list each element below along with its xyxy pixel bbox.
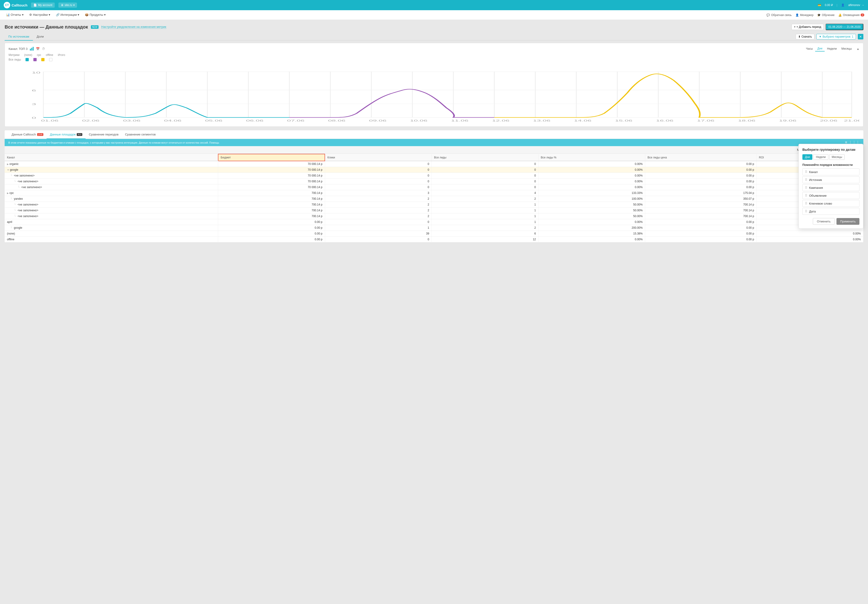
tab-by-source[interactable]: По источникам xyxy=(5,33,33,40)
nav-products[interactable]: 📦 Продукты ▾ xyxy=(82,10,108,20)
cell-clicks: 1 xyxy=(325,225,431,231)
logo-ct: CT xyxy=(5,3,9,7)
check-offline[interactable] xyxy=(41,58,45,61)
collapse-chart-icon[interactable]: ▲ xyxy=(856,47,859,51)
nav-integrations[interactable]: 🔗 Интеграции ▾ xyxy=(54,10,82,20)
cell-channel: └ <не заполнено> xyxy=(5,208,218,213)
expand-icon[interactable]: ▶ xyxy=(7,192,9,194)
logo[interactable]: CT Calltouch xyxy=(4,2,27,8)
tab-shares[interactable]: Доли xyxy=(33,33,48,40)
cell-clicks: 39 xyxy=(325,231,431,237)
cell-clicks: 0 xyxy=(325,179,431,185)
nav-notifications[interactable]: 🔔 Оповещения 2 xyxy=(839,14,864,17)
metric-cpc-label: cpc xyxy=(37,53,41,57)
metric-offline: offline xyxy=(46,53,53,57)
calendar-icon[interactable]: 📅 xyxy=(36,47,40,51)
user-button[interactable]: aflimonov → xyxy=(848,3,864,7)
cell-budget: 70 000.14 р xyxy=(218,161,325,167)
cell-budget: 700.14 р xyxy=(218,202,325,208)
add-period-button[interactable]: + + Добавить период xyxy=(792,24,824,30)
cell-budget: 0.00 р xyxy=(218,231,325,237)
notification-link[interactable]: Настройте уведомления на изменения метри… xyxy=(101,25,166,29)
svg-text:13.06: 13.06 xyxy=(533,120,550,122)
site-icon: 🖥 xyxy=(61,3,64,7)
svg-text:10: 10 xyxy=(32,71,40,74)
svg-text:11.06: 11.06 xyxy=(451,120,468,122)
col-leads-price: Все лиды цена xyxy=(645,154,756,161)
check-cpc[interactable] xyxy=(33,58,37,61)
table-row: april 0.00 р 0 1 0.00% 0.00 р 0.00% xyxy=(5,219,863,225)
my-account-button[interactable]: 📄 My account xyxy=(31,3,54,8)
notifications-icon: 🔔 xyxy=(839,14,842,17)
cell-leads-pct: 50.00% xyxy=(538,202,645,208)
data-tab-площадки[interactable]: Данные площадок ROI xyxy=(46,130,85,139)
nav-manager[interactable]: 👤 Менеджер xyxy=(795,14,814,17)
svg-text:04.06: 04.06 xyxy=(164,120,181,122)
table-row: (none) 0.00 р 39 6 15.38% 0.00 р 0.00% xyxy=(5,231,863,237)
cell-budget: 0.00 р xyxy=(218,219,325,225)
drag-handle-icon: ⠿ xyxy=(805,202,807,205)
date-range-button[interactable]: 01.06.2020 — 21.06.2020 xyxy=(826,24,863,30)
clock-icon[interactable]: ⏱ xyxy=(42,47,45,51)
table-head: Канал Бюджет Клики Все лиды Все лиды % В… xyxy=(5,154,863,161)
filter-button[interactable]: ▼ Выбрано параметров: 1 xyxy=(816,34,856,39)
expand-icon[interactable]: ▼ xyxy=(7,169,10,171)
cell-leads: 0 xyxy=(432,179,538,185)
channel-label: Канал: ТОП 3 xyxy=(9,47,28,51)
drag-item[interactable]: ⠿Канал xyxy=(802,168,859,175)
cell-clicks: 0 xyxy=(325,173,431,179)
row-name: <не заполнено> xyxy=(18,214,38,218)
nav-training[interactable]: 🎓 Обучение xyxy=(817,14,835,17)
time-weeks[interactable]: Недели xyxy=(825,46,839,51)
metric-none-label: (none) xyxy=(24,53,32,57)
data-tab-periods[interactable]: Сравнение периодов xyxy=(85,130,122,139)
page-content: Все источники — Данные площадок NEW Наст… xyxy=(0,20,868,246)
cell-leads-pct: 0.00% xyxy=(538,167,645,173)
drag-item[interactable]: ⠿Ключевое слово xyxy=(802,200,859,207)
cell-leads: 0 xyxy=(432,167,538,173)
drag-item[interactable]: ⠿Объявление xyxy=(802,192,859,199)
nav-feedback[interactable]: 💬 Обратная связь xyxy=(766,14,792,17)
attribution-bar: Модель атрибуции: Последний непрямой xyxy=(5,146,863,154)
apply-button[interactable]: Применить xyxy=(837,218,859,225)
cell-leads: 0 xyxy=(432,173,538,179)
data-tab-calltouch[interactable]: Данные Calltouch LIVE xyxy=(8,130,46,139)
close-filter-button[interactable]: ✕ xyxy=(858,34,863,39)
date-range-label: 01.06.2020 — 21.06.2020 xyxy=(828,25,860,28)
check-none[interactable] xyxy=(25,58,29,61)
drag-item[interactable]: ⠿Кампания xyxy=(802,184,859,191)
time-months[interactable]: Месяцы xyxy=(839,46,854,51)
reports-dropdown: ▾ xyxy=(22,13,24,17)
nav-reports[interactable]: 📊 Отчеты ▾ xyxy=(4,10,26,20)
chart-header: Канал: ТОП 3 📅 ⏱ Часы Дни Недели Месяцы … xyxy=(9,46,859,51)
cell-clicks: 0 xyxy=(325,167,431,173)
drag-item[interactable]: ⠿Источник xyxy=(802,176,859,183)
data-tab-segments[interactable]: Сравнение сегментов xyxy=(122,130,159,139)
cell-channel: └ <не заполнено> xyxy=(5,173,218,179)
info-text: В этом отчете показаны данные по бюджета… xyxy=(8,141,219,144)
cell-channel: offline xyxy=(5,237,218,242)
drag-item[interactable]: ⠿Дата xyxy=(802,208,859,215)
cell-clicks: 0 xyxy=(325,219,431,225)
download-button[interactable]: ⬇ Скачать xyxy=(796,34,814,39)
chart-icon[interactable] xyxy=(30,47,34,51)
check-itogo[interactable] xyxy=(49,58,53,61)
time-hours[interactable]: Часы xyxy=(804,46,815,51)
group-weeks-btn[interactable]: Недели xyxy=(813,154,828,160)
cancel-button[interactable]: Отменить xyxy=(813,218,834,225)
cell-leads: 1 xyxy=(432,202,538,208)
site-button[interactable]: 🖥 site.ru ▾ xyxy=(59,3,77,8)
group-days-btn[interactable]: Дни xyxy=(802,154,812,160)
cell-leads-price: 700.14 р xyxy=(645,208,756,213)
cell-budget: 70 000.14 р xyxy=(218,167,325,173)
table-header-row: Канал Бюджет Клики Все лиды Все лиды % В… xyxy=(5,154,863,161)
expand-icon[interactable]: ▶ xyxy=(7,163,9,165)
notifications-badge: 2 xyxy=(860,14,864,17)
drag-handle-icon: ⠿ xyxy=(805,178,807,182)
group-months-btn[interactable]: Месяцы xyxy=(829,154,845,160)
filter-label: Выбрано параметров: 1 xyxy=(823,35,853,38)
nav-settings[interactable]: ⚙ Настройки ▾ xyxy=(27,10,53,20)
svg-text:21.06: 21.06 xyxy=(844,120,859,122)
periods-tab-label: Сравнение периодов xyxy=(89,133,118,136)
time-days[interactable]: Дни xyxy=(815,46,825,51)
